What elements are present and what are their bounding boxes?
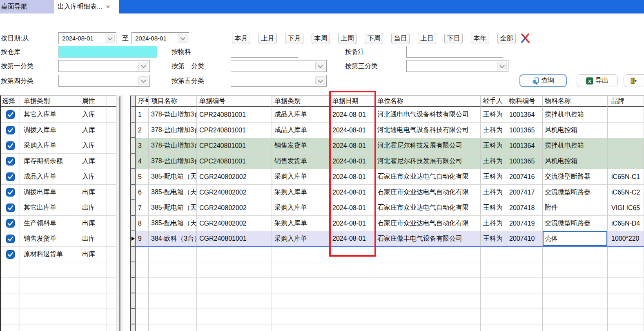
detail-cell-mat_no[interactable]: 2007410 xyxy=(505,231,543,247)
detail-cell-handler[interactable]: 王科为 xyxy=(481,154,505,169)
detail-cell-mat_no[interactable]: 1001365 xyxy=(505,123,543,138)
warehouse-input[interactable] xyxy=(58,46,157,58)
detail-cell-mat_name[interactable]: 交流微型断路器 xyxy=(543,169,608,185)
detail-cell-mat_no[interactable]: 2007417 xyxy=(505,185,543,200)
row-gutter-cell[interactable] xyxy=(130,107,136,123)
tab-desktop-nav[interactable]: 桌面导航 xyxy=(0,0,54,13)
checkbox-checked-icon[interactable] xyxy=(1,110,20,119)
vertical-scrollbar[interactable] xyxy=(116,95,123,331)
detail-cell-company[interactable]: 河北霍尼尔科技发展有限公司 xyxy=(376,138,481,154)
row-gutter-cell[interactable] xyxy=(130,169,136,185)
detail-cell-handler[interactable]: 王科为 xyxy=(481,185,505,200)
category4-dropdown[interactable] xyxy=(58,75,150,87)
checkbox-cell[interactable] xyxy=(1,200,20,216)
row-gutter-cell[interactable] xyxy=(130,231,136,247)
detail-cell-handler[interactable]: 王科为 xyxy=(481,169,505,185)
doc-type-attr-cell[interactable]: 出库 xyxy=(72,247,107,262)
chevron-down-icon[interactable] xyxy=(178,34,187,42)
date-to-picker[interactable]: 2024-08-01 xyxy=(131,32,189,44)
category5-dropdown[interactable] xyxy=(231,75,327,87)
detail-cell-date[interactable]: 2024-08-01 xyxy=(329,185,376,200)
material-input[interactable] xyxy=(231,46,298,58)
checkbox-cell[interactable] xyxy=(1,231,20,247)
checkbox-cell[interactable] xyxy=(1,138,20,154)
detail-cell-date[interactable]: 2024-08-01 xyxy=(329,169,376,185)
detail-cell-date[interactable]: 2024-08-01 xyxy=(329,200,376,216)
detail-cell-brand[interactable]: 1000*220 xyxy=(608,231,644,247)
detail-cell-doc_no[interactable]: CPC240801001 xyxy=(197,138,272,154)
chevron-down-icon[interactable] xyxy=(315,76,325,85)
doc-type-name-cell[interactable]: 成品入库单 xyxy=(20,169,72,185)
detail-cell-seq[interactable]: 6 xyxy=(136,185,149,200)
doc-type-name-cell[interactable]: 生产领料单 xyxy=(20,216,72,231)
detail-cell-brand[interactable]: VIGI IC65 xyxy=(608,200,644,216)
checkbox-cell[interactable] xyxy=(1,123,20,138)
detail-cell-project[interactable]: 384-欧科（3台） xyxy=(149,231,197,247)
checkbox-cell[interactable] xyxy=(1,107,20,123)
quick-date-button-7[interactable]: 当日 xyxy=(391,33,410,44)
detail-cell-seq[interactable]: 1 xyxy=(136,107,149,123)
detail-cell-mat_name[interactable]: 搅拌机电控箱 xyxy=(543,107,608,123)
row-gutter-cell[interactable] xyxy=(130,138,136,154)
detail-cell-doc_type[interactable]: 采购入库单 xyxy=(272,200,329,216)
detail-cell-mat_no[interactable]: 2007416 xyxy=(505,169,543,185)
detail-cell-brand[interactable] xyxy=(608,138,644,154)
doc-type-name-cell[interactable]: 调拨出库单 xyxy=(20,185,72,200)
detail-cell-mat_no[interactable]: 1001364 xyxy=(505,138,543,154)
detail-cell-doc_no[interactable]: CPR240801001 xyxy=(197,123,272,138)
quick-date-button-3[interactable]: 下月 xyxy=(285,33,303,44)
category2-dropdown[interactable] xyxy=(231,60,327,72)
row-gutter-cell[interactable] xyxy=(130,185,136,200)
doc-type-attr-cell[interactable]: 入库 xyxy=(72,169,107,185)
doc-type-name-cell[interactable]: 其它出库单 xyxy=(20,200,72,216)
detail-cell-brand[interactable]: iC65N-D4 xyxy=(608,216,644,231)
doc-type-attr-cell[interactable]: 出库 xyxy=(72,216,107,231)
checkbox-checked-icon[interactable] xyxy=(1,250,20,259)
detail-cell-project[interactable]: 385-配电箱（天津 xyxy=(149,169,197,185)
detail-cell-project[interactable]: 378-盐山增加3台 xyxy=(149,107,197,123)
detail-cell-seq[interactable]: 7 xyxy=(136,200,149,216)
detail-cell-seq[interactable]: 5 xyxy=(136,169,149,185)
detail-cell-date[interactable]: 2024-08-01 xyxy=(329,154,376,169)
remark-input[interactable] xyxy=(406,46,503,58)
doc-type-name-cell[interactable]: 调拨入库单 xyxy=(20,123,72,138)
detail-cell-seq[interactable]: 9 xyxy=(136,231,149,247)
row-gutter-cell[interactable] xyxy=(130,123,136,138)
checkbox-cell[interactable] xyxy=(1,216,20,231)
detail-cell-doc_type[interactable]: 采购入库单 xyxy=(272,169,329,185)
detail-cell-project[interactable]: 385-配电箱（天津 xyxy=(149,216,197,231)
detail-cell-handler[interactable]: 王科为 xyxy=(481,107,505,123)
quick-date-button-6[interactable]: 下周 xyxy=(365,33,383,44)
detail-cell-doc_type[interactable]: 销售发货单 xyxy=(272,154,329,169)
detail-cell-mat_name[interactable]: 风机电控箱 xyxy=(543,123,608,138)
detail-cell-project[interactable]: 385-配电箱（天津 xyxy=(149,200,197,216)
detail-cell-date[interactable]: 2024-08-01 xyxy=(329,138,376,154)
detail-cell-doc_no[interactable]: CGR240802002 xyxy=(197,200,272,216)
doc-type-name-cell[interactable]: 采购入库单 xyxy=(20,138,72,154)
chevron-down-icon[interactable] xyxy=(138,62,148,70)
detail-cell-date[interactable]: 2024-08-01 xyxy=(329,231,376,247)
detail-cell-brand[interactable] xyxy=(608,123,644,138)
quick-date-button-4[interactable]: 本周 xyxy=(312,33,330,44)
detail-cell-doc_type[interactable]: 成品入库单 xyxy=(272,123,329,138)
detail-cell-date[interactable]: 2024-08-01 xyxy=(329,123,376,138)
detail-cell-doc_no[interactable]: CPR240801001 xyxy=(197,107,272,123)
detail-cell-company[interactable]: 石家庄市众业达电气自动化有限 xyxy=(376,169,481,185)
quick-date-button-5[interactable]: 上周 xyxy=(338,33,357,44)
detail-cell-date[interactable]: 2024-08-01 xyxy=(329,216,376,231)
detail-cell-project[interactable]: 378-盐山增加3台 xyxy=(149,154,197,169)
detail-cell-mat_name[interactable]: 壳体 xyxy=(543,231,608,247)
detail-cell-seq[interactable]: 4 xyxy=(136,154,149,169)
detail-cell-brand[interactable]: iC65N-C1 xyxy=(608,169,644,185)
detail-cell-handler[interactable]: 王科为 xyxy=(481,138,505,154)
category3-dropdown[interactable] xyxy=(406,60,508,72)
exit-button[interactable] xyxy=(624,74,644,87)
detail-cell-company[interactable]: 石家庄市众业达电气自动化有限 xyxy=(376,185,481,200)
detail-cell-mat_name[interactable]: 风机电控箱 xyxy=(543,154,608,169)
doc-type-attr-cell[interactable]: 出库 xyxy=(72,200,107,216)
doc-type-name-cell[interactable]: 销售发货单 xyxy=(20,231,72,247)
detail-cell-seq[interactable]: 8 xyxy=(136,216,149,231)
checkbox-checked-icon[interactable] xyxy=(1,204,20,212)
checkbox-checked-icon[interactable] xyxy=(1,157,20,166)
chevron-down-icon[interactable] xyxy=(138,76,148,85)
